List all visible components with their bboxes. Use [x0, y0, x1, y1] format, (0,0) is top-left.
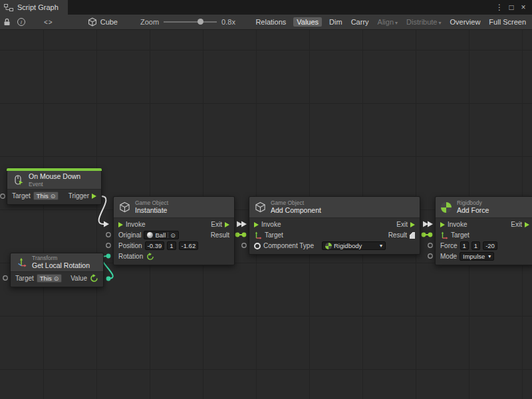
force-z-field[interactable]: -20 — [483, 241, 497, 250]
port-label-position: Position — [118, 242, 142, 249]
node-header[interactable]: Transform Get Local Rotation — [11, 253, 103, 272]
graph-canvas[interactable]: On Mouse Down Event Target This ⊙ Trigge… — [0, 30, 532, 399]
object-field-value: Ball — [155, 231, 166, 239]
window-close-icon[interactable]: × — [518, 1, 529, 14]
port-label-result: Result — [211, 231, 229, 239]
mode-dropdown[interactable]: Impulse ▾ — [460, 252, 494, 261]
field-divider — [168, 232, 168, 238]
port-label-result: Result — [388, 231, 407, 239]
object-picker-icon[interactable]: ⊙ — [170, 232, 176, 239]
target-object-field[interactable]: This ⊙ — [37, 274, 63, 283]
zoom-slider[interactable] — [164, 21, 217, 23]
position-z-field[interactable]: -1.62 — [179, 241, 199, 250]
chevron-down-icon: ▾ — [439, 20, 442, 26]
port-label-target: Target — [12, 192, 31, 200]
transform-axes-icon — [254, 231, 262, 239]
node-header[interactable]: On Mouse Down Event — [7, 171, 101, 190]
exit-flow-arrow-icon[interactable] — [225, 222, 229, 227]
overview-button[interactable]: Overview — [449, 17, 482, 27]
port-label-trigger: Trigger — [68, 192, 89, 200]
port-label-value: Value — [70, 275, 87, 282]
original-object-field[interactable]: Ball ⊙ — [144, 231, 178, 239]
port-label-original: Original — [118, 231, 141, 239]
window-controls: ⋮ □ × — [494, 1, 532, 14]
port-label-target: Target — [15, 275, 34, 282]
node-get-local-rotation[interactable]: Transform Get Local Rotation Target This… — [10, 253, 104, 287]
zoom-value: 0.8x — [221, 18, 235, 26]
object-port-icon[interactable] — [254, 243, 261, 249]
port-label-invoke: Invoke — [126, 221, 145, 228]
ball-prefab-icon — [147, 232, 153, 238]
invoke-flow-arrow-icon[interactable] — [440, 222, 445, 227]
instantiate-to-addcomponent-flow — [235, 221, 247, 237]
node-title: Get Local Rotation — [32, 261, 90, 270]
code-icon[interactable]: <> — [44, 19, 53, 26]
node-on-mouse-down[interactable]: On Mouse Down Event Target This ⊙ Trigge… — [7, 168, 102, 205]
tab-script-graph[interactable]: Script Graph — [0, 0, 68, 15]
force-y-field[interactable]: 1 — [471, 241, 480, 250]
distribute-button[interactable]: Distribute▾ — [405, 17, 442, 27]
node-title: Instantiate — [135, 206, 168, 215]
align-button[interactable]: Align▾ — [376, 17, 399, 27]
invoke-flow-arrow-icon[interactable] — [118, 222, 123, 227]
dim-button[interactable]: Dim — [328, 17, 344, 27]
node-add-force[interactable]: Rigidbody Add Force Invoke Exit Target — [435, 196, 532, 265]
chevron-down-icon: ▾ — [488, 253, 491, 259]
node-subtitle: Event — [29, 181, 80, 188]
full-screen-button[interactable]: Full Screen — [487, 17, 527, 27]
rigidbody-icon — [440, 202, 452, 213]
port-label-rotation: Rotation — [118, 253, 143, 260]
node-header[interactable]: Game Object Add Component — [249, 197, 420, 218]
graph-name-label: Cube — [100, 18, 118, 26]
carry-button[interactable]: Carry — [350, 17, 370, 27]
invoke-flow-arrow-icon[interactable] — [254, 222, 259, 227]
window-titlebar: Script Graph ⋮ □ × — [0, 0, 532, 15]
distribute-label: Distribute — [406, 18, 437, 26]
position-x-field[interactable]: -0.39 — [145, 241, 165, 250]
port-label-target: Target — [451, 231, 469, 239]
port-label-invoke: Invoke — [448, 221, 467, 228]
port-label-invoke: Invoke — [261, 221, 281, 228]
port-label-mode: Mode — [440, 253, 457, 260]
position-y-field[interactable]: 1 — [167, 241, 176, 250]
zoom-control: Zoom 0.8x — [140, 18, 235, 26]
window-menu-icon[interactable]: ⋮ — [494, 1, 505, 14]
node-title: On Mouse Down — [29, 172, 80, 181]
info-icon[interactable]: i — [17, 18, 25, 26]
rotation-icon — [146, 253, 154, 261]
graph-reference[interactable]: Cube — [88, 17, 118, 27]
tab-title: Script Graph — [17, 3, 59, 11]
align-label: Align — [378, 18, 394, 26]
script-graph-window: Script Graph ⋮ □ × i <> Cube Zoom 0.8x — [0, 0, 532, 399]
cube-icon — [118, 201, 130, 213]
object-picker-icon[interactable]: ⊙ — [51, 193, 56, 200]
chevron-down-icon: ▾ — [395, 20, 398, 26]
force-x-field[interactable]: 1 — [460, 241, 469, 250]
node-header[interactable]: Rigidbody Add Force — [436, 197, 532, 218]
result-object-icon — [410, 232, 415, 239]
component-type-dropdown[interactable]: Rigidbody ▾ — [322, 241, 386, 250]
mouse-icon — [12, 175, 24, 186]
node-instantiate[interactable]: Game Object Instantiate Invoke Exit Orig… — [113, 196, 235, 265]
port-label-target: Target — [265, 231, 283, 239]
node-category: Rigidbody — [457, 200, 489, 206]
relations-button[interactable]: Relations — [254, 17, 287, 27]
script-graph-icon — [4, 4, 13, 11]
values-button[interactable]: Values — [293, 17, 322, 27]
object-picker-icon[interactable]: ⊙ — [54, 275, 59, 282]
chevron-down-icon: ▾ — [380, 243, 382, 249]
window-maximize-icon[interactable]: □ — [506, 1, 517, 14]
trigger-flow-arrow-icon[interactable] — [92, 194, 96, 199]
node-header[interactable]: Game Object Instantiate — [114, 197, 234, 218]
port-label-component-type: Component Type — [263, 242, 314, 249]
zoom-slider-knob[interactable] — [198, 19, 203, 25]
lock-icon[interactable] — [3, 18, 11, 26]
exit-flow-arrow-icon[interactable] — [525, 222, 529, 227]
node-category: Game Object — [271, 200, 321, 206]
node-title: Add Component — [271, 206, 321, 215]
port-label-force: Force — [440, 242, 458, 249]
target-object-field[interactable]: This ⊙ — [33, 192, 59, 200]
exit-flow-arrow-icon[interactable] — [410, 222, 415, 227]
node-add-component[interactable]: Game Object Add Component Invoke Exit Ta… — [249, 196, 420, 255]
graph-toolbar: i <> Cube Zoom 0.8x Relations Values Dim… — [0, 15, 532, 30]
